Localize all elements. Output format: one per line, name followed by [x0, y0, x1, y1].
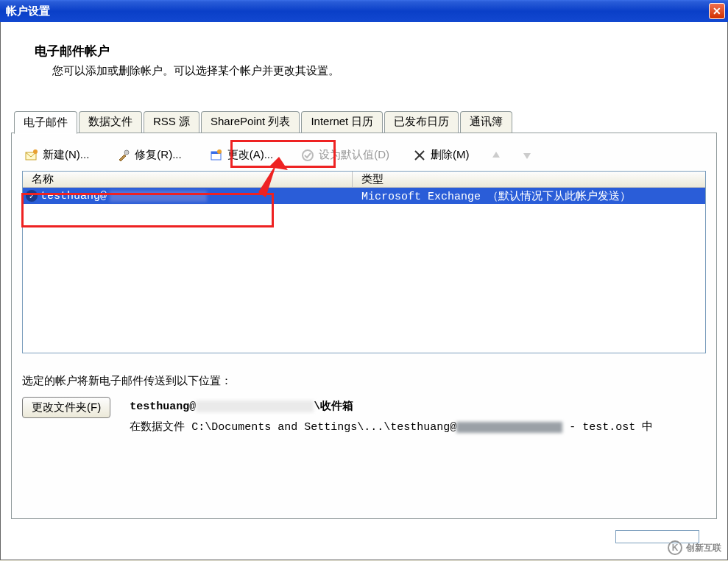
cell-type: Microsoft Exchange （默认情况下从此帐户发送）	[353, 189, 705, 203]
col-header-name[interactable]: 名称	[23, 172, 353, 187]
new-label: 新建(N)...	[43, 148, 89, 162]
col-header-type[interactable]: 类型	[353, 172, 705, 187]
close-button[interactable]: ✕	[709, 3, 725, 19]
watermark-logo-icon: K	[668, 540, 682, 555]
svg-point-2	[124, 150, 129, 155]
repair-button[interactable]: 修复(R)...	[114, 147, 184, 163]
svg-point-1	[33, 149, 38, 154]
annotation-highlight-change	[230, 140, 336, 168]
inbox-path-suffix: \收件箱	[314, 401, 353, 413]
new-mail-icon	[25, 149, 38, 162]
delete-icon	[413, 149, 426, 162]
tab-rss[interactable]: RSS 源	[144, 111, 199, 133]
watermark-text: 创新互联	[686, 542, 721, 554]
blurred-domain-2	[196, 401, 314, 412]
header-heading: 电子邮件帐户	[35, 43, 727, 60]
tab-bar: 电子邮件 数据文件 RSS 源 SharePoint 列表 Internet 日…	[1, 111, 727, 133]
svg-marker-9	[492, 152, 500, 158]
footer-row: 更改文件夹(F) testhuang@\收件箱 在数据文件 C:\Documen…	[22, 397, 706, 438]
path-info: testhuang@\收件箱 在数据文件 C:\Documents and Se…	[130, 397, 653, 438]
header-section: 电子邮件帐户 您可以添加或删除帐户。可以选择某个帐户并更改其设置。	[1, 22, 727, 85]
datafile-path-prefix: 在数据文件 C:\Documents and Settings\...\test…	[130, 421, 456, 434]
blurred-domain-3	[456, 422, 562, 433]
watermark: K 创新互联	[668, 540, 721, 555]
tab-datafiles[interactable]: 数据文件	[79, 111, 142, 133]
move-down-icon[interactable]	[520, 149, 534, 162]
window-body: 电子邮件帐户 您可以添加或删除帐户。可以选择某个帐户并更改其设置。 电子邮件 数…	[0, 22, 728, 560]
tab-published-calendar[interactable]: 已发布日历	[384, 111, 459, 133]
title-bar: 帐户设置 ✕	[0, 0, 728, 22]
change-folder-button[interactable]: 更改文件夹(F)	[22, 397, 110, 418]
change-icon	[210, 149, 223, 162]
repair-icon	[117, 149, 130, 162]
tab-panel: 新建(N)... 修复(R)... 更改(A)...	[11, 133, 717, 519]
svg-marker-10	[523, 153, 531, 159]
new-button[interactable]: 新建(N)...	[22, 147, 92, 163]
annotation-highlight-row	[21, 193, 274, 227]
header-subtext: 您可以添加或删除帐户。可以选择某个帐户并更改其设置。	[52, 64, 727, 78]
svg-point-5	[217, 149, 222, 154]
inbox-path-prefix: testhuang@	[130, 401, 196, 413]
delete-label: 删除(M)	[431, 148, 470, 162]
tab-email[interactable]: 电子邮件	[14, 111, 77, 134]
table-header: 名称 类型	[23, 172, 705, 188]
footer-area: 选定的帐户将新电子邮件传送到以下位置： 更改文件夹(F) testhuang@\…	[22, 374, 706, 438]
window-title: 帐户设置	[6, 4, 50, 18]
delete-button[interactable]: 删除(M)	[410, 147, 473, 163]
datafile-path-suffix: - test.ost 中	[562, 421, 653, 434]
tab-sharepoint[interactable]: SharePoint 列表	[201, 111, 300, 133]
move-up-icon[interactable]	[490, 149, 503, 162]
tab-contacts[interactable]: 通讯簿	[460, 111, 512, 133]
repair-label: 修复(R)...	[135, 148, 181, 162]
delivery-text: 选定的帐户将新电子邮件传送到以下位置：	[22, 374, 706, 388]
toolbar: 新建(N)... 修复(R)... 更改(A)...	[12, 133, 716, 171]
tab-internet-calendar[interactable]: Internet 日历	[301, 111, 383, 133]
